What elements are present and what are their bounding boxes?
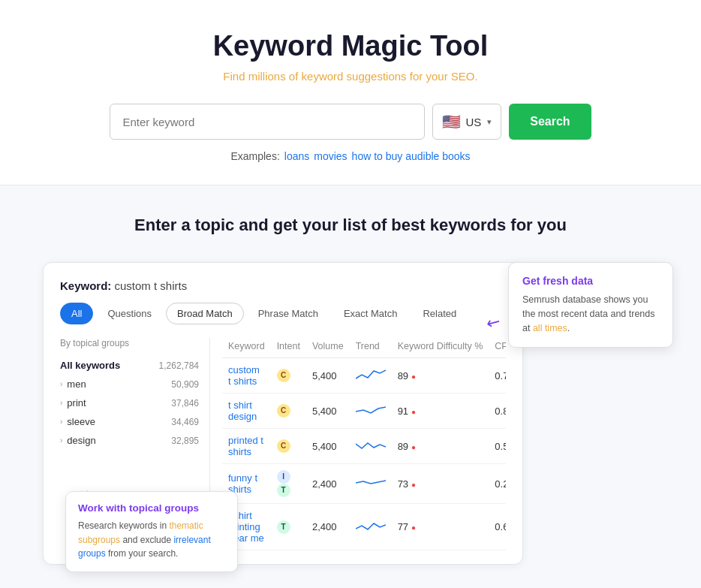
tab-all[interactable]: All	[60, 303, 93, 324]
fresh-data-tooltip: Get fresh data Semrush database shows yo…	[508, 262, 673, 348]
col-difficulty: Keyword Difficulty %	[392, 338, 489, 358]
difficulty-value: 91	[398, 406, 408, 417]
intent-badge-i: I	[277, 470, 290, 484]
table-row: t shirt design C 5,400 91● 0.81	[222, 394, 506, 429]
trend-sparkline	[356, 518, 386, 533]
page-subtitle: Find millions of keyword suggestions for…	[15, 70, 686, 83]
search-button[interactable]: Search	[509, 104, 591, 140]
chevron-right-icon: ›	[60, 399, 62, 407]
example-link-audible[interactable]: how to buy audible books	[352, 150, 471, 162]
sidebar-sleeve-label: sleeve	[67, 416, 95, 427]
trend-sparkline	[356, 367, 386, 382]
trend-sparkline	[356, 475, 386, 490]
topical-groups-tooltip: Work with topical groups Research keywor…	[65, 491, 238, 572]
chevron-right-icon: ›	[60, 436, 62, 445]
trend-sparkline	[356, 438, 386, 453]
fresh-highlight: all times	[533, 323, 567, 333]
table-area: Keyword Intent Volume Trend Keyword Diff…	[210, 338, 506, 550]
sidebar-all-label: All keywords	[60, 360, 120, 371]
col-trend: Trend	[350, 338, 392, 358]
table-row: t shirt printing near me T 2,400 77● 0.6…	[222, 504, 506, 550]
chevron-right-icon: ›	[60, 418, 62, 426]
table-row: printed t shirts C 5,400 89● 0.50	[222, 429, 506, 464]
cpc-value: 0.81	[495, 406, 506, 417]
example-link-loans[interactable]: loans	[284, 150, 309, 162]
sidebar-item-sleeve[interactable]: › sleeve 34,469	[60, 412, 199, 431]
red-dot-icon: ●	[411, 443, 416, 451]
intent-badge: C	[277, 369, 290, 382]
col-intent: Intent	[271, 338, 306, 358]
fresh-text-2: .	[567, 323, 570, 333]
tab-related[interactable]: Related	[411, 303, 468, 324]
tab-exact-match[interactable]: Exact Match	[332, 303, 409, 324]
bottom-section: Enter a topic and get your list of best …	[0, 185, 701, 588]
keyword-value: custom t shirts	[115, 279, 188, 292]
cpc-value: 0.50	[495, 441, 506, 452]
keyword-link[interactable]: printed t shirts	[228, 435, 263, 457]
red-dot-icon: ●	[411, 408, 416, 416]
sidebar-item-all-keywords[interactable]: All keywords 1,262,784	[60, 356, 199, 375]
sidebar-item-print[interactable]: › print 37,846	[60, 394, 199, 412]
sidebar-item-men[interactable]: › men 50,909	[60, 375, 199, 394]
top-section: Keyword Magic Tool Find millions of keyw…	[0, 0, 701, 185]
chevron-down-icon: ▾	[487, 117, 492, 127]
fresh-data-title: Get fresh data	[522, 275, 659, 287]
sidebar-print-count: 37,846	[171, 398, 199, 409]
examples-label: Examples:	[230, 150, 279, 162]
volume-value: 5,400	[312, 370, 337, 381]
sidebar-all-count: 1,262,784	[159, 360, 199, 371]
demo-container: Get fresh data Semrush database shows yo…	[43, 262, 658, 565]
difficulty-value: 77	[398, 521, 408, 532]
difficulty-value: 73	[398, 478, 408, 490]
examples-row: Examples: loans movies how to buy audibl…	[15, 150, 686, 162]
cpc-value: 0.73	[495, 370, 506, 381]
sidebar-title: By topical groups	[60, 338, 199, 348]
tab-phrase-match[interactable]: Phrase Match	[247, 303, 329, 324]
sidebar-item-design[interactable]: › design 32,895	[60, 431, 199, 450]
volume-value: 2,400	[312, 521, 337, 532]
country-selector[interactable]: 🇺🇸 US ▾	[432, 104, 501, 140]
difficulty-value: 89	[398, 370, 408, 381]
filter-tabs: All Questions Broad Match Phrase Match E…	[60, 303, 506, 324]
keyword-link[interactable]: custom t shirts	[228, 364, 260, 387]
col-keyword: Keyword	[222, 338, 271, 358]
cpc-value: 0.26	[495, 478, 506, 490]
fresh-data-text: Semrush database shows you the most rece…	[522, 293, 659, 335]
topical-groups-title: Work with topical groups	[78, 502, 225, 514]
col-cpc: CPC $	[489, 338, 506, 358]
search-input[interactable]	[110, 104, 425, 140]
tab-questions[interactable]: Questions	[96, 303, 163, 324]
red-dot-icon: ●	[411, 372, 416, 381]
topical-groups-text: Research keywords in thematic subgroups …	[78, 519, 225, 561]
table-row: custom t shirts C 5,400 89● 0.73	[222, 358, 506, 394]
volume-value: 2,400	[312, 478, 337, 490]
page-title: Keyword Magic Tool	[15, 30, 686, 62]
intent-badge: C	[277, 404, 290, 418]
volume-value: 5,400	[312, 406, 337, 417]
sidebar-sleeve-count: 34,469	[171, 417, 199, 427]
sidebar-design-count: 32,895	[171, 436, 199, 446]
tab-broad-match[interactable]: Broad Match	[166, 303, 244, 324]
section-heading: Enter a topic and get your list of best …	[23, 216, 678, 235]
intent-badge: C	[277, 439, 290, 453]
table-row: funny t shirts I T 2,400	[222, 464, 506, 504]
sidebar-men-count: 50,909	[171, 379, 199, 390]
sidebar-design-label: design	[67, 435, 95, 446]
col-volume: Volume	[306, 338, 350, 358]
chevron-right-icon: ›	[60, 380, 62, 388]
intent-badge-t: T	[277, 484, 290, 497]
search-row: 🇺🇸 US ▾ Search	[15, 104, 686, 140]
intent-badge: T	[277, 520, 290, 534]
keyword-label: Keyword: custom t shirts	[60, 279, 506, 292]
trend-sparkline	[356, 403, 386, 418]
volume-value: 5,400	[312, 441, 337, 452]
example-link-movies[interactable]: movies	[314, 150, 347, 162]
us-flag-icon: 🇺🇸	[442, 113, 461, 131]
sidebar-print-label: print	[67, 397, 86, 409]
red-dot-icon: ●	[411, 481, 416, 489]
sidebar-men-label: men	[67, 378, 86, 390]
cpc-value: 0.66	[495, 521, 506, 532]
keyword-link[interactable]: t shirt design	[228, 400, 257, 422]
red-dot-icon: ●	[411, 523, 416, 532]
country-label: US	[465, 116, 481, 128]
